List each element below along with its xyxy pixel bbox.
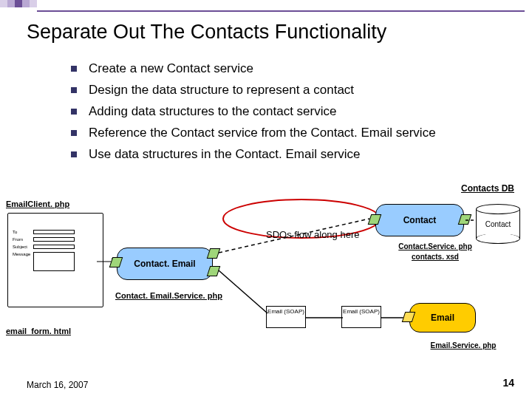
- contact-db-text: Contact: [476, 220, 520, 228]
- bullet-text: Use data structures in the Contact. Emai…: [89, 144, 361, 166]
- form-to-label: To: [13, 230, 17, 234]
- contact-component: Contact: [375, 204, 464, 236]
- contact-email-service-label: Contact. Email.Service. php: [115, 291, 222, 300]
- email-component: Email: [409, 303, 476, 332]
- email-soap-1: Email (SOAP): [266, 306, 306, 328]
- contacts-db-label: Contacts DB: [461, 183, 514, 194]
- bullet-icon: [71, 109, 77, 115]
- form-from-label: From: [13, 237, 23, 242]
- bullet-text: Design the data structure to represent a…: [89, 80, 354, 101]
- slide-top-decoration: [0, 0, 532, 16]
- bullet-icon: [71, 66, 77, 72]
- contact-text: Contact: [376, 215, 463, 225]
- form-subject-label: Subject: [13, 245, 27, 249]
- email-service-label: Email.Service. php: [423, 341, 504, 349]
- footer-date: March 16, 2007: [27, 380, 88, 390]
- bullet-icon: [71, 130, 77, 136]
- svg-line-3: [219, 219, 369, 253]
- bullet-text: Adding data structures to the contact se…: [89, 101, 336, 123]
- contact-email-component: Contact. Email: [117, 248, 213, 280]
- svg-line-5: [219, 270, 267, 313]
- email-form-label: email_form. html: [6, 327, 71, 335]
- footer-page-number: 14: [502, 377, 514, 389]
- bullet-list: Create a new Contact service Design the …: [71, 58, 532, 165]
- architecture-diagram: EmailClient. php To From Subject Message…: [0, 200, 532, 369]
- bullet-text: Create a new Contact service: [89, 58, 253, 80]
- contact-db-cylinder: Contact: [476, 204, 520, 244]
- email-soap-2: Email (SOAP): [341, 306, 381, 328]
- contacts-xsd-label: contacts. xsd: [395, 253, 476, 261]
- email-text: Email: [410, 313, 475, 323]
- contact-service-label: Contact.Service. php: [395, 242, 476, 250]
- email-client-label: EmailClient. php: [6, 200, 69, 208]
- contact-email-text: Contact. Email: [117, 259, 212, 269]
- bullet-text: Reference the Contact service from the C…: [89, 123, 436, 144]
- email-form-box: To From Subject Message: [7, 213, 103, 307]
- bullet-icon: [71, 87, 77, 93]
- form-message-label: Message: [13, 252, 30, 256]
- slide-title: Separate Out The Contacts Functionality: [27, 21, 532, 44]
- bullet-icon: [71, 151, 77, 157]
